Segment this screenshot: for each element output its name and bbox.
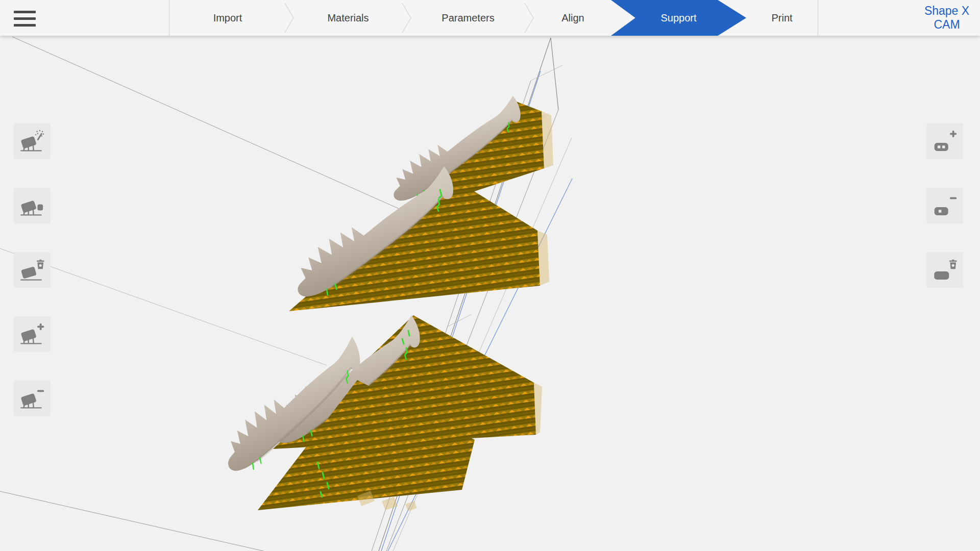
chevron-right-icon [401,0,412,36]
workflow-bar: Import Materials Parameters Align Suppor… [0,0,980,36]
step-import[interactable]: Import [172,0,284,36]
delete-connector-bars-button[interactable] [926,252,963,288]
app-logo: Shape X CAM [917,4,977,32]
chevron-right-icon [284,0,295,36]
step-materials[interactable]: Materials [295,0,401,36]
generate-supports-auto-button[interactable] [14,123,51,159]
app-window: Import Materials Parameters Align Suppor… [0,0,980,551]
step-parameters[interactable]: Parameters [412,0,524,36]
platform-minus-icon [18,385,46,412]
step-support-active[interactable]: Support [611,0,746,36]
delete-supports-button[interactable] [14,252,51,288]
add-support-button[interactable] [14,316,51,352]
platform-plus-icon [18,321,46,347]
generate-supports-selected-button[interactable] [14,188,51,223]
bar-minus-icon [931,192,959,219]
step-print[interactable]: Print [746,0,818,36]
hamburger-menu-icon[interactable] [14,7,36,29]
bar-plus-icon [931,128,959,155]
platform-magic-wand-icon [18,128,46,155]
topbar-separator-left [169,0,169,36]
platform-trash-icon [18,257,46,283]
chevron-right-icon [524,0,535,36]
viewport-3d[interactable] [0,36,980,551]
bar-trash-icon [931,257,959,283]
remove-connector-bar-button[interactable] [926,188,963,223]
remove-support-button[interactable] [14,381,51,416]
step-align[interactable]: Align [535,0,611,36]
topbar-separator-right [818,0,818,36]
add-connector-bar-button[interactable] [926,123,963,159]
platform-single-part-icon [18,192,46,219]
